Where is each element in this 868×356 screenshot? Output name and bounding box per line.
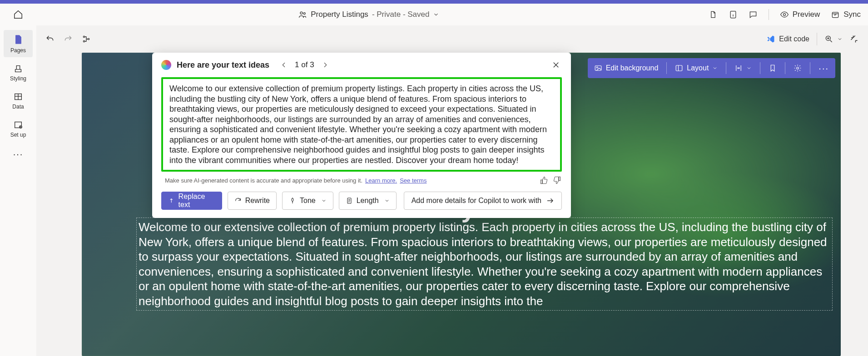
redo-button[interactable] bbox=[64, 35, 73, 44]
svg-rect-28 bbox=[541, 180, 542, 183]
eye-icon bbox=[780, 10, 789, 19]
edit-background-button[interactable]: Edit background bbox=[592, 64, 660, 72]
chevron-down-icon bbox=[384, 198, 390, 203]
svg-point-5 bbox=[783, 14, 785, 16]
thumbs-up-icon bbox=[540, 176, 548, 184]
layout-label: Layout bbox=[687, 64, 709, 72]
spacing-button[interactable] bbox=[733, 64, 754, 72]
layout-icon bbox=[675, 64, 683, 72]
comment-icon[interactable] bbox=[749, 10, 758, 19]
divider bbox=[810, 62, 810, 74]
pager-prev[interactable] bbox=[278, 60, 290, 69]
thumbs-down-button[interactable] bbox=[553, 176, 561, 184]
svg-point-20 bbox=[596, 67, 598, 68]
people-icon bbox=[298, 10, 307, 19]
sync-icon bbox=[831, 10, 840, 19]
learn-more-link[interactable]: Learn more. bbox=[365, 177, 397, 184]
home-button[interactable] bbox=[7, 10, 29, 20]
replace-text-button[interactable]: Replace text bbox=[161, 192, 222, 210]
info-icon[interactable] bbox=[729, 10, 738, 19]
layout-button[interactable]: Layout bbox=[673, 64, 719, 72]
nav-setup[interactable]: Set up bbox=[4, 116, 33, 142]
svg-rect-29 bbox=[559, 177, 560, 181]
svg-point-14 bbox=[88, 38, 89, 40]
image-icon bbox=[594, 64, 602, 72]
chevron-down-icon bbox=[321, 198, 327, 203]
divider bbox=[817, 33, 817, 45]
divider bbox=[666, 62, 667, 74]
collapse-button[interactable] bbox=[850, 35, 859, 44]
doc-name: Property Listings bbox=[311, 10, 368, 19]
bookmark-button[interactable] bbox=[767, 64, 779, 72]
thumbs-up-button[interactable] bbox=[540, 176, 548, 184]
hero-body-text[interactable]: Welcome to our extensive collection of p… bbox=[136, 218, 833, 311]
nav-styling-label: Styling bbox=[10, 75, 26, 82]
more-button[interactable]: ··· bbox=[817, 63, 831, 74]
copilot-logo-icon bbox=[161, 60, 171, 70]
vscode-icon bbox=[766, 35, 775, 44]
divider bbox=[760, 62, 760, 74]
rewrite-label: Rewrite bbox=[245, 197, 270, 205]
nav-more[interactable]: ··· bbox=[13, 149, 24, 159]
replace-label: Replace text bbox=[179, 193, 215, 209]
document-title[interactable]: Property Listings - Private - Saved bbox=[29, 10, 709, 19]
divider bbox=[785, 62, 785, 74]
doc-status: - Private - Saved bbox=[372, 10, 430, 19]
add-details-placeholder: Add more details for Copilot to work wit… bbox=[412, 197, 541, 205]
sync-button[interactable]: Sync bbox=[831, 10, 861, 19]
close-button[interactable] bbox=[550, 59, 562, 71]
svg-point-25 bbox=[797, 67, 799, 69]
divider bbox=[769, 9, 769, 20]
svg-line-16 bbox=[830, 40, 832, 42]
arrow-right-icon bbox=[546, 197, 554, 205]
close-icon bbox=[552, 61, 560, 69]
length-icon bbox=[346, 197, 353, 204]
chevron-down-icon bbox=[712, 65, 718, 71]
svg-rect-19 bbox=[595, 66, 601, 71]
popup-title: Here are your text ideas bbox=[177, 60, 269, 70]
length-label: Length bbox=[357, 197, 379, 205]
svg-point-0 bbox=[300, 12, 303, 14]
nav-data-label: Data bbox=[12, 104, 24, 110]
rewrite-button[interactable]: Rewrite bbox=[228, 192, 277, 210]
preview-button[interactable]: Preview bbox=[780, 10, 820, 19]
edit-bg-label: Edit background bbox=[606, 64, 659, 72]
svg-point-13 bbox=[83, 40, 84, 42]
pager-next[interactable] bbox=[319, 60, 332, 69]
chevron-down-icon bbox=[746, 65, 752, 71]
gear-icon bbox=[794, 64, 802, 72]
canvas-toolbar: Edit code bbox=[36, 25, 868, 53]
title-bar: Property Listings - Private - Saved Prev… bbox=[0, 4, 868, 25]
svg-point-1 bbox=[303, 13, 305, 15]
svg-rect-21 bbox=[676, 65, 683, 71]
length-button[interactable]: Length bbox=[339, 192, 397, 210]
ai-disclaimer: Make sure AI-generated content is accura… bbox=[165, 177, 362, 184]
nav-data[interactable]: Data bbox=[4, 88, 33, 114]
zoom-button[interactable] bbox=[824, 35, 843, 44]
copilot-text-ideas-popup: Here are your text ideas 1 of 3 Welcome … bbox=[152, 53, 571, 218]
edit-code-button[interactable]: Edit code bbox=[766, 35, 809, 44]
section-toolbar: Edit background Layout ··· bbox=[588, 58, 835, 78]
nav-styling[interactable]: Styling bbox=[4, 60, 33, 85]
nav-pages[interactable]: Pages bbox=[4, 30, 33, 57]
window-accent-strip bbox=[0, 0, 868, 4]
generated-idea-text[interactable]: Welcome to our extensive collection of p… bbox=[161, 77, 562, 172]
divider bbox=[726, 62, 726, 74]
pager-count: 1 of 3 bbox=[295, 60, 314, 69]
see-terms-link[interactable]: See terms bbox=[400, 177, 427, 184]
left-nav: Pages Styling Data Set up ··· bbox=[0, 25, 36, 356]
sync-label: Sync bbox=[843, 10, 861, 19]
add-details-input[interactable]: Add more details for Copilot to work wit… bbox=[404, 192, 562, 210]
chevron-down-icon bbox=[837, 36, 843, 42]
tone-icon bbox=[289, 197, 296, 204]
chevron-down-icon[interactable] bbox=[433, 11, 439, 18]
tree-button[interactable] bbox=[82, 35, 91, 44]
idea-pager: 1 of 3 bbox=[278, 60, 332, 69]
replace-icon bbox=[168, 197, 175, 204]
edit-code-label: Edit code bbox=[779, 35, 809, 43]
undo-button[interactable] bbox=[45, 35, 55, 44]
tone-button[interactable]: Tone bbox=[282, 192, 333, 210]
settings-button[interactable] bbox=[792, 64, 804, 72]
svg-point-12 bbox=[83, 36, 84, 37]
copilot-icon[interactable] bbox=[709, 10, 718, 19]
